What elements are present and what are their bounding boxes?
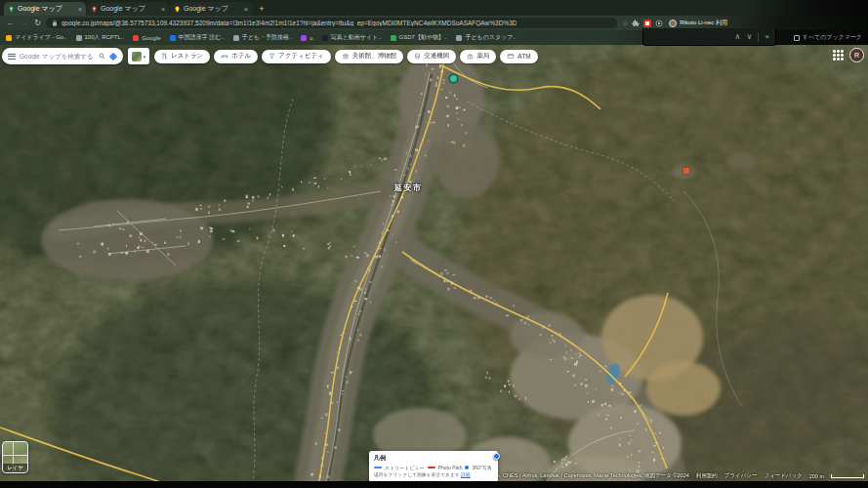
satellite-terrain [0,45,868,481]
bookmark-item[interactable]: 子ども・予防接種.. [233,33,293,42]
find-in-page-bar[interactable]: ∧ ∨ × [642,28,776,46]
terms-link[interactable]: 利用規約 [696,472,718,479]
bookmark-item[interactable]: マイドライブ - Go.. [6,33,67,42]
street-view-line-swatch [374,467,382,468]
browser-window: Google マップ × Google マップ × Google マップ × +… [0,0,868,488]
sync-icon[interactable] [655,20,663,27]
find-next-icon[interactable]: ∨ [746,33,752,41]
chip-hotels[interactable]: ホテル [214,50,258,63]
address-bar[interactable]: google.co.jp/maps/@36.5775733,109.432393… [46,18,617,28]
maps-header: ▾ レストラン ホテル アクティビティ 美術館、博物館 [2,48,538,64]
atm-card-icon [507,53,515,60]
photo-360-marker[interactable] [493,453,500,460]
imagery-toggle-button[interactable]: ▾ [128,48,149,64]
bookmark-label: Google [142,35,160,41]
tab-close-icon[interactable]: × [161,6,165,13]
back-icon[interactable]: ← [5,20,16,27]
bookmark-item[interactable]: 写真と動画サイト.. [322,33,382,42]
bookmark-star-icon[interactable]: ☆ [622,20,628,26]
map-attribution: 画像 ©2024 Airbus, CNES / Airbus, Landsat … [455,472,864,479]
extensions-puzzle-icon[interactable] [632,20,640,27]
privacy-link[interactable]: プライバシー [724,472,758,479]
bookmark-item[interactable]: o [301,35,312,41]
search-icon[interactable] [99,53,105,60]
photo-path-line-swatch [428,467,435,468]
category-chips: レストラン ホテル アクティビティ 美術館、博物館 交通機関 [154,50,538,63]
bookmark-label: 100人 RCPTL.. [85,33,125,42]
profile-chip[interactable]: Rikuto Li-nec 利用 [669,19,727,27]
chip-museums[interactable]: 美術館、博物館 [335,50,404,63]
museum-icon [342,53,350,60]
bookmark-item[interactable]: 100人 RCPTL.. [76,33,125,42]
forward-icon[interactable]: → [19,20,29,27]
bookmark-label: マイドライブ - Go.. [15,33,67,42]
layers-button[interactable]: レイヤ [2,441,28,473]
tab-close-icon[interactable]: × [78,6,82,13]
tab-google-maps-3[interactable]: Google マップ × [170,2,252,16]
red-extension-icon[interactable] [643,20,651,27]
window-bottom-edge [0,481,868,488]
orange-area-marker[interactable] [683,168,689,174]
search-input[interactable] [20,53,95,60]
tab-title: Google マップ [184,4,241,14]
bookmark-favicon [301,35,307,41]
city-label: 延安市 [394,183,423,193]
directions-icon[interactable] [109,53,117,61]
scale-label: 200 m [809,473,824,479]
menu-icon[interactable] [8,54,16,60]
tab-google-maps-2[interactable]: Google マップ × [87,2,169,16]
legend-label: ストリートビュー [385,465,425,470]
maps-pin-favicon [174,6,181,13]
find-previous-icon[interactable]: ∧ [735,33,741,41]
imagery-thumbnail [132,52,142,61]
find-close-icon[interactable]: × [765,33,769,41]
chip-label: 美術館、博物館 [352,52,397,61]
lock-icon [52,20,58,26]
transit-icon [414,53,421,60]
legend-label: Photo Path [438,465,463,470]
legend-title: 凡例 [374,454,493,463]
url-text: google.co.jp/maps/@36.5775733,109.432393… [62,20,517,26]
tab-strip: Google マップ × Google マップ × Google マップ × + [0,0,868,16]
map-canvas[interactable]: ▾ レストラン ホテル アクティビティ 美術館、博物館 [0,45,868,481]
chip-pharmacies[interactable]: 薬局 [460,50,496,63]
photo-360-dot-swatch [465,466,469,469]
bookmark-label: GSD7【動や物】.. [399,33,448,42]
legend-note-text: 場所をクリックして画像を表示できます [374,472,460,477]
chip-atms[interactable]: ATM [500,50,537,63]
bookmark-favicon [76,35,82,41]
bookmark-favicon [456,35,462,41]
legend-label: 360°写真 [472,465,491,470]
folder-icon [794,35,800,41]
new-tab-button[interactable]: + [256,3,268,15]
bookmark-label: o [310,35,312,41]
bookmark-item[interactable]: 子どものスタッフ.. [456,33,516,42]
bookmark-item[interactable]: GSD7【動や物】.. [391,33,448,42]
bookmark-favicon [233,35,239,41]
tab-close-icon[interactable]: × [244,6,248,13]
layers-label: レイヤ [3,464,27,472]
all-bookmarks-button[interactable]: すべてのブックマーク [794,33,862,42]
account-avatar[interactable]: R [849,48,864,62]
activity-icon [269,53,275,60]
bookmark-item[interactable]: 中国語漢字 読む.. [170,33,225,42]
google-apps-grid-icon[interactable] [833,50,844,61]
chip-transit[interactable]: 交通機関 [407,50,456,63]
chip-label: ATM [517,53,530,60]
chip-label: ホテル [231,52,251,61]
feedback-link[interactable]: フィードバック [764,472,802,479]
bookmark-label: 写真と動画サイト.. [331,33,382,42]
reload-icon[interactable]: ↻ [32,20,43,27]
bookmark-favicon [6,35,12,41]
pharmacy-icon [467,53,474,60]
chip-restaurants[interactable]: レストラン [154,50,210,63]
street-view-point-marker[interactable] [450,75,457,82]
scale-bar [831,474,864,478]
bookmark-item[interactable]: Google [133,35,160,41]
maps-search-bar[interactable] [2,48,123,64]
legend-details-link[interactable]: 詳細 [461,472,471,477]
chip-activities[interactable]: アクティビティ [262,50,331,63]
legend-note: 場所をクリックして画像を表示できます 詳細 [374,472,493,478]
tab-google-maps-1[interactable]: Google マップ × [4,2,86,16]
chip-label: 薬局 [476,52,489,61]
